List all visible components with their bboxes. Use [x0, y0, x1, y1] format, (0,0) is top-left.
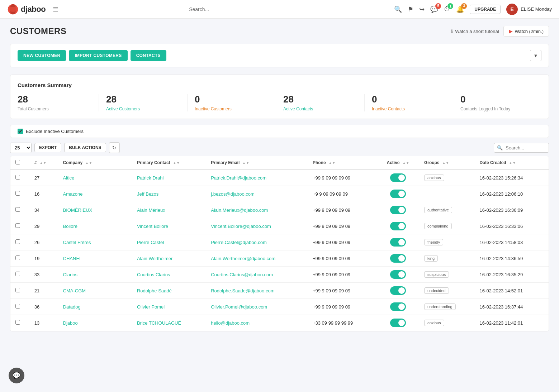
row-company[interactable]: Castel Frères: [58, 234, 132, 250]
row-phone: +99 9 09 09 09 09: [308, 202, 377, 218]
row-company[interactable]: Bolloré: [58, 218, 132, 234]
table-row: 13 Djaboo Brice TCHOULAGUÉ hello@djaboo.…: [10, 315, 549, 331]
forward-icon[interactable]: ↪: [419, 5, 425, 13]
row-email[interactable]: Rodolphe.Saade@djaboo.com: [206, 283, 308, 299]
active-toggle[interactable]: [390, 302, 406, 311]
upgrade-button[interactable]: UPGRADE: [470, 5, 501, 14]
table-row: 33 Clarins Courtins Clarins Courtins.Cla…: [10, 267, 549, 283]
hamburger-menu[interactable]: ☰: [53, 5, 58, 13]
page-title: CUSTOMERS: [10, 26, 66, 36]
row-contact[interactable]: Patrick Drahi: [132, 169, 206, 186]
active-toggle[interactable]: [390, 173, 406, 182]
row-group: anxious: [419, 315, 475, 331]
select-all-checkbox[interactable]: [15, 160, 20, 164]
row-email[interactable]: Alain.Wertheimer@djaboo.com: [206, 250, 308, 267]
bulk-actions-button[interactable]: BULK ACTIONS: [64, 143, 106, 152]
logo[interactable]: djaboo: [7, 4, 46, 15]
row-company[interactable]: BIOMÉRIEUX: [58, 202, 132, 218]
th-primary-contact[interactable]: Primary Contact ▲▼: [132, 156, 206, 169]
export-button[interactable]: EXPORT: [34, 143, 61, 152]
row-email[interactable]: Courtins.Clarins@djaboo.com: [206, 267, 308, 283]
row-phone: +99 9 09 09 09 09: [308, 299, 377, 315]
th-company[interactable]: Company ▲▼: [58, 156, 132, 169]
row-company[interactable]: Amazone: [58, 186, 132, 202]
timer-icon[interactable]: ⏱ 1: [444, 5, 450, 13]
row-contact[interactable]: Alain Wertheimer: [132, 250, 206, 267]
new-customer-button[interactable]: NEW CUSTOMER: [18, 50, 66, 61]
active-toggle[interactable]: [390, 238, 406, 247]
stat-total-customers: 28 Total Customers: [18, 94, 99, 111]
th-primary-email[interactable]: Primary Email ▲▼: [206, 156, 308, 169]
row-contact[interactable]: Olivier Pomel: [132, 299, 206, 315]
filter-icon-button[interactable]: ▼: [530, 50, 541, 61]
th-phone[interactable]: Phone ▲▼: [308, 156, 377, 169]
row-email[interactable]: j.bezos@djaboo.com: [206, 186, 308, 202]
global-search-input[interactable]: [127, 6, 271, 12]
active-toggle[interactable]: [390, 254, 406, 263]
row-email[interactable]: Pierre.Castel@djaboo.com: [206, 234, 308, 250]
active-toggle[interactable]: [390, 270, 406, 279]
row-company[interactable]: CMA-CGM: [58, 283, 132, 299]
th-groups[interactable]: Groups ▲▼: [419, 156, 475, 169]
row-id: 34: [29, 202, 58, 218]
flag-icon[interactable]: ⚑: [408, 5, 413, 13]
row-company[interactable]: Djaboo: [58, 315, 132, 331]
row-group: friendly: [419, 234, 475, 250]
table-search-input[interactable]: [506, 143, 549, 152]
row-checkbox[interactable]: [15, 239, 20, 244]
row-contact[interactable]: Vincent Bolloré: [132, 218, 206, 234]
active-toggle[interactable]: [390, 222, 406, 230]
row-contact[interactable]: Courtins Clarins: [132, 267, 206, 283]
import-customers-button[interactable]: IMPORT CUSTOMERS: [69, 50, 127, 61]
row-contact[interactable]: Alain Mérieux: [132, 202, 206, 218]
th-number[interactable]: # ▲▼: [29, 156, 58, 169]
exclude-inactive-checkbox[interactable]: [18, 129, 23, 134]
row-checkbox[interactable]: [15, 175, 20, 180]
stat-total-number: 28: [18, 94, 91, 105]
contacts-button[interactable]: CONTACTS: [131, 50, 166, 61]
per-page-dropdown[interactable]: 25 50 100: [10, 143, 31, 153]
row-contact[interactable]: Jeff Bezos: [132, 186, 206, 202]
row-id: 21: [29, 283, 58, 299]
th-active[interactable]: Active ▲▼: [377, 156, 419, 169]
th-date-created[interactable]: Date Created ▲▼: [475, 156, 549, 169]
search-icon[interactable]: 🔍: [394, 5, 402, 13]
row-email[interactable]: Patrick.Drahi@djaboo.com: [206, 169, 308, 186]
row-contact[interactable]: Brice TCHOULAGUÉ: [132, 315, 206, 331]
watch-button[interactable]: ▶ Watch (2min.): [503, 26, 549, 37]
tutorial-link[interactable]: ℹ Watch a short tutorial: [451, 29, 499, 34]
row-checkbox[interactable]: [15, 304, 20, 309]
row-email[interactable]: Alain.Merieux@djaboo.com: [206, 202, 308, 218]
message-icon[interactable]: 💬 5: [430, 5, 438, 13]
row-active-cell: [377, 218, 419, 234]
row-checkbox[interactable]: [15, 320, 20, 325]
row-contact[interactable]: Pierre Castel: [132, 234, 206, 250]
user-info[interactable]: E ELISE Monday: [506, 4, 552, 15]
row-email[interactable]: hello@djaboo.com: [206, 315, 308, 331]
stat-active-contacts[interactable]: 28 Active Contacts: [276, 94, 364, 111]
active-toggle[interactable]: [390, 319, 406, 327]
row-checkbox[interactable]: [15, 288, 20, 292]
stat-active-customers[interactable]: 28 Active Customers: [99, 94, 187, 111]
active-toggle[interactable]: [390, 190, 406, 198]
active-toggle[interactable]: [390, 206, 406, 214]
row-email[interactable]: Olivier.Pomel@djaboo.com: [206, 299, 308, 315]
bell-icon[interactable]: 🔔 3: [456, 5, 464, 13]
row-contact[interactable]: Rodolphe Saadé: [132, 283, 206, 299]
row-checkbox[interactable]: [15, 207, 20, 212]
row-checkbox[interactable]: [15, 272, 20, 276]
row-company[interactable]: Clarins: [58, 267, 132, 283]
active-toggle[interactable]: [390, 286, 406, 295]
row-checkbox[interactable]: [15, 223, 20, 228]
stat-logged-today-number: 0: [460, 94, 534, 105]
row-email[interactable]: Vincent.Bollore@djaboo.com: [206, 218, 308, 234]
per-page-select[interactable]: 25 50 100: [10, 143, 32, 153]
row-company[interactable]: Datadog: [58, 299, 132, 315]
row-checkbox[interactable]: [15, 255, 20, 260]
row-company[interactable]: Altice: [58, 169, 132, 186]
refresh-button[interactable]: ↻: [109, 142, 120, 153]
row-company[interactable]: CHANEL: [58, 250, 132, 267]
row-checkbox[interactable]: [15, 191, 20, 196]
stat-inactive-customers[interactable]: 0 Inactive Customers: [187, 94, 276, 111]
stat-inactive-contacts[interactable]: 0 Inactive Contacts: [364, 94, 453, 111]
